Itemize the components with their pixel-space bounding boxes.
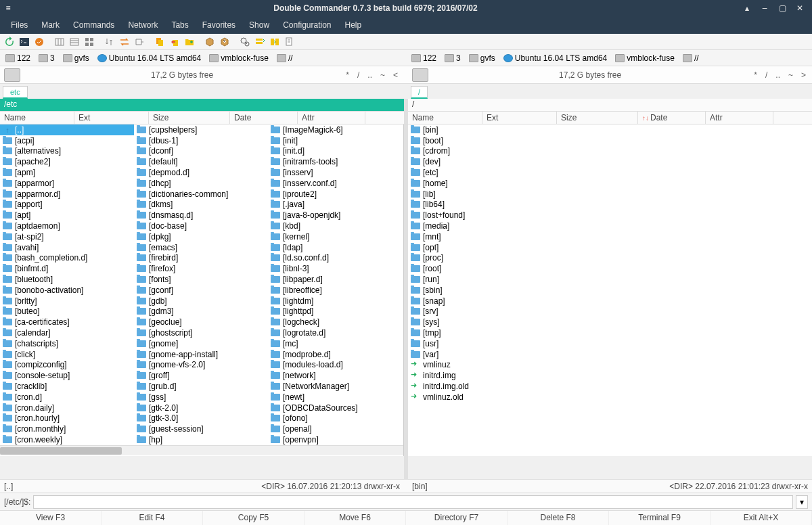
file-item[interactable]: [firefox]: [134, 263, 268, 274]
column-header-name[interactable]: Name: [408, 112, 482, 124]
file-item[interactable]: [libnl-3]: [268, 263, 402, 274]
file-item[interactable]: [gconf]: [134, 285, 268, 296]
column-header-ext[interactable]: Ext: [74, 112, 149, 124]
command-input[interactable]: [33, 495, 793, 509]
file-item[interactable]: [sbin]: [408, 285, 812, 296]
nav-root[interactable]: /: [763, 70, 769, 80]
file-item[interactable]: [home]: [408, 178, 812, 189]
refresh-icon[interactable]: [3, 35, 16, 49]
file-item[interactable]: [apparmor]: [0, 178, 134, 189]
file-item[interactable]: [gnome]: [134, 338, 268, 349]
file-item[interactable]: [kernel]: [268, 231, 402, 242]
menu-favorites[interactable]: Favorites: [196, 20, 242, 30]
file-item[interactable]: [media]: [408, 221, 812, 231]
file-item[interactable]: [init]: [268, 135, 402, 146]
sync-dirs-icon[interactable]: [268, 35, 281, 49]
file-item[interactable]: [dbus-1]: [134, 135, 268, 146]
column-header-attr[interactable]: Attr: [706, 112, 773, 124]
drive-button[interactable]: 3: [442, 53, 464, 63]
file-item[interactable]: [mnt]: [408, 231, 812, 242]
file-item[interactable]: [iproute2]: [268, 189, 402, 200]
target-equal-source-icon[interactable]: [133, 35, 146, 49]
multirename-icon[interactable]: [253, 35, 267, 49]
file-item[interactable]: [ca-certificates]: [0, 317, 134, 327]
view-brief-icon[interactable]: [53, 35, 66, 49]
file-item[interactable]: [etc]: [408, 167, 812, 178]
sort-icon[interactable]: [103, 35, 116, 49]
file-item[interactable]: [gss]: [134, 392, 268, 403]
fn-view[interactable]: View F3: [0, 511, 102, 525]
file-item[interactable]: [brltty]: [0, 296, 134, 306]
nav-root[interactable]: /: [355, 70, 361, 80]
file-item[interactable]: [apt]: [0, 210, 134, 221]
file-item[interactable]: initrd.img.old: [408, 381, 812, 392]
file-item[interactable]: [java-8-openjdk]: [268, 210, 402, 221]
file-item[interactable]: [dnsmasq.d]: [134, 210, 268, 221]
drive-icon[interactable]: [4, 68, 20, 82]
menu-configuration[interactable]: Configuration: [276, 20, 338, 30]
nav-up[interactable]: ..: [773, 70, 782, 80]
file-item[interactable]: [lightdm]: [268, 296, 402, 306]
file-item[interactable]: [fonts]: [134, 274, 268, 285]
menu-help[interactable]: Help: [338, 20, 369, 30]
file-item[interactable]: [dev]: [408, 156, 812, 167]
move-icon[interactable]: [168, 35, 181, 49]
file-item[interactable]: [bonobo-activation]: [0, 285, 134, 296]
column-header-ext[interactable]: Ext: [482, 112, 557, 124]
file-item[interactable]: [.java]: [268, 200, 402, 210]
menu-mark[interactable]: Mark: [35, 20, 66, 30]
file-item[interactable]: [cupshelpers]: [134, 124, 268, 135]
file-item[interactable]: [cracklib]: [0, 381, 134, 392]
file-item[interactable]: [initramfs-tools]: [268, 156, 402, 167]
file-item[interactable]: [cron.d]: [0, 392, 134, 403]
file-item[interactable]: [ldap]: [268, 242, 402, 253]
file-item[interactable]: [openal]: [268, 424, 402, 434]
file-item[interactable]: [emacs]: [134, 242, 268, 253]
fn-move[interactable]: Move F6: [304, 511, 406, 525]
file-item[interactable]: [tmp]: [408, 327, 812, 338]
file-item[interactable]: [openvpn]: [268, 434, 402, 445]
file-item[interactable]: [apm]: [0, 167, 134, 178]
file-item[interactable]: [logcheck]: [268, 317, 402, 327]
file-item[interactable]: [insserv]: [268, 167, 402, 178]
file-item[interactable]: [modprobe.d]: [268, 349, 402, 360]
file-item[interactable]: [gtk-3.0]: [134, 413, 268, 424]
fn-edit[interactable]: Edit F4: [102, 511, 203, 525]
file-item[interactable]: [hp]: [134, 434, 268, 445]
file-item[interactable]: [cron.hourly]: [0, 413, 134, 424]
menu-files[interactable]: Files: [4, 20, 35, 30]
menu-tabs[interactable]: Tabs: [164, 20, 195, 30]
tab-left[interactable]: etc: [3, 86, 28, 99]
file-item[interactable]: [gdb]: [134, 296, 268, 306]
view-thumbnails-icon[interactable]: [83, 35, 96, 49]
column-header-date[interactable]: Date: [230, 112, 298, 124]
file-item[interactable]: [depmod.d]: [134, 167, 268, 178]
file-item[interactable]: [chatscripts]: [0, 338, 134, 349]
file-item[interactable]: [insserv.conf.d]: [268, 178, 402, 189]
fn-exit[interactable]: Exit Alt+X: [710, 511, 812, 525]
file-item[interactable]: [proc]: [408, 253, 812, 264]
file-item[interactable]: [cron.daily]: [0, 403, 134, 413]
file-item[interactable]: [apparmor.d]: [0, 189, 134, 200]
fn-directory[interactable]: Directory F7: [406, 511, 508, 525]
drive-button[interactable]: 122: [409, 53, 439, 63]
file-item[interactable]: [run]: [408, 274, 812, 285]
nav-fwd[interactable]: >: [799, 70, 808, 80]
drive-button[interactable]: //: [680, 53, 702, 63]
drive-button[interactable]: gvfs: [60, 53, 92, 63]
nav-home[interactable]: ~: [378, 70, 387, 80]
file-item[interactable]: [avahi]: [0, 242, 134, 253]
fn-terminal[interactable]: Terminal F9: [609, 511, 710, 525]
file-item[interactable]: [binfmt.d]: [0, 263, 134, 274]
terminal-icon[interactable]: [18, 35, 31, 49]
file-item[interactable]: [NetworkManager]: [268, 381, 402, 392]
file-item[interactable]: [geoclue]: [134, 317, 268, 327]
file-item[interactable]: [firebird]: [134, 253, 268, 264]
file-item[interactable]: [gnome-app-install]: [134, 349, 268, 360]
nav-home[interactable]: ~: [786, 70, 795, 80]
view-columns-icon[interactable]: [68, 35, 81, 49]
drive-icon[interactable]: [412, 68, 428, 82]
file-item[interactable]: [dhcp]: [134, 178, 268, 189]
scrollbar-horizontal[interactable]: [0, 445, 403, 455]
drive-button[interactable]: gvfs: [466, 53, 498, 63]
